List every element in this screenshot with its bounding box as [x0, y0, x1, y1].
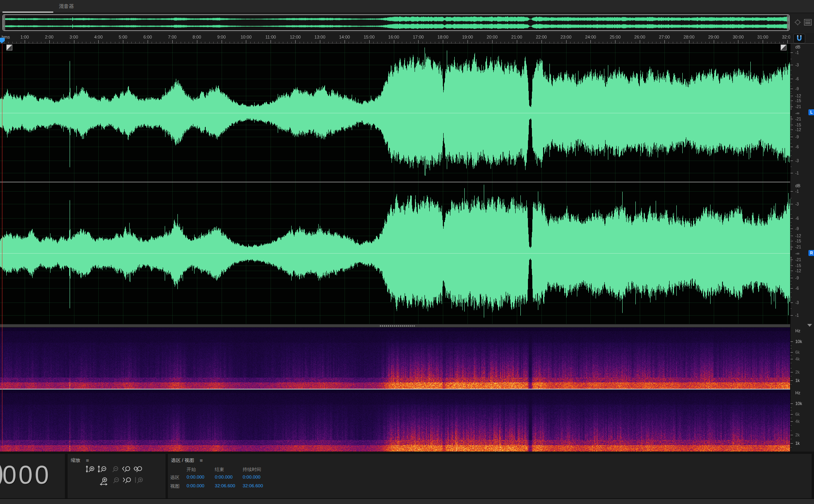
db-label: -15	[795, 122, 801, 127]
waveform-channel-right[interactable]	[0, 182, 790, 324]
overview-zoom-icon[interactable]	[794, 18, 802, 26]
ruler-minor-tick	[656, 42, 656, 43]
view-start[interactable]: 0:00.000	[187, 483, 204, 488]
waveform-spectral-divider[interactable]	[0, 324, 790, 328]
ruler-label: 12:00	[290, 35, 301, 39]
overview-range-selector[interactable]	[2, 14, 790, 31]
hz-unit-label: Hz	[795, 390, 800, 395]
ruler-minor-tick	[673, 42, 673, 43]
divider-grip[interactable]	[380, 325, 415, 327]
ruler-minor-tick	[45, 42, 45, 43]
ruler-minor-tick	[156, 42, 156, 43]
range-handle-left[interactable]	[3, 15, 5, 30]
ruler-minor-tick	[611, 42, 611, 43]
ruler-minor-tick	[586, 42, 587, 43]
ruler-minor-tick	[189, 42, 189, 43]
db-label: -9	[795, 134, 799, 139]
db-label: -15	[795, 264, 801, 268]
ruler-minor-tick	[164, 42, 164, 43]
zoom-in-horizontal-button[interactable]	[98, 476, 109, 486]
ruler-minor-tick	[357, 42, 357, 43]
scroll-arrow-icon[interactable]	[807, 324, 812, 327]
db-tick	[791, 214, 792, 215]
ruler-minor-tick	[755, 42, 755, 43]
ruler-minor-tick	[451, 42, 452, 43]
row-label-selection: 选区	[170, 475, 179, 481]
waveform-channel-left[interactable]	[0, 44, 790, 182]
snap-toggle-button[interactable]	[793, 34, 805, 43]
selection-panel-menu-icon[interactable]: ≡	[200, 458, 203, 463]
ruler-label: 30:00	[733, 35, 744, 39]
db-label: -12	[795, 268, 801, 273]
ruler-major-tick	[541, 40, 542, 43]
range-handle-right[interactable]	[787, 15, 789, 30]
selection-panel-title: 选区 / 视图	[171, 457, 194, 464]
selection-start[interactable]: 0:00.000	[187, 475, 204, 479]
ruler-major-tick	[123, 40, 123, 43]
zoom-to-selection-button[interactable]	[133, 465, 144, 475]
ruler-minor-tick	[677, 42, 677, 43]
db-tick	[791, 155, 792, 156]
channel-badge-right[interactable]: R	[808, 250, 814, 256]
hud-grabber-top-right[interactable]	[781, 45, 787, 50]
active-tab-indicator	[2, 12, 53, 13]
ruler-label: 28:00	[684, 35, 695, 39]
ruler-minor-tick	[734, 42, 734, 43]
spectrogram-channel-left[interactable]	[0, 328, 790, 389]
zoom-out-horizontal-button[interactable]	[110, 476, 121, 486]
tab-mixer[interactable]: 混音器	[55, 0, 78, 13]
spectrogram-channel-right[interactable]	[0, 390, 790, 452]
overview-waveform[interactable]	[3, 15, 789, 30]
db-tick	[791, 264, 792, 265]
zoom-in-at-out-point-button[interactable]	[122, 476, 132, 486]
selection-end[interactable]: 0:00.000	[215, 475, 233, 479]
hz-label: 4k	[795, 419, 800, 424]
ruler-minor-tick	[430, 42, 431, 43]
db-tick	[791, 238, 792, 238]
db-tick	[791, 315, 793, 316]
hz-tick	[791, 443, 793, 444]
db-tick	[791, 288, 793, 289]
db-tick	[791, 86, 792, 86]
view-duration[interactable]: 32:06.600	[243, 483, 263, 488]
zoom-out-vertical-button[interactable]	[97, 465, 108, 475]
db-tick	[791, 140, 792, 140]
ruler-minor-tick	[767, 42, 767, 43]
zoom-out-full-button[interactable]	[109, 465, 120, 475]
db-tick	[791, 116, 792, 117]
ruler-minor-tick	[529, 42, 530, 43]
ruler-minor-tick	[33, 42, 33, 43]
ruler-minor-tick	[82, 42, 82, 43]
ruler-minor-tick	[701, 42, 702, 43]
db-tick	[791, 308, 792, 309]
zoom-in-vertical-button[interactable]	[86, 465, 96, 475]
db-tick	[791, 75, 792, 75]
overview-menu-icon[interactable]	[804, 19, 812, 25]
zoom-reset-button[interactable]	[134, 476, 144, 486]
zoom-panel-menu-icon[interactable]: ≡	[86, 458, 89, 463]
ruler-label: 27:00	[659, 35, 670, 39]
db-tick	[791, 173, 793, 173]
db-tick	[791, 125, 793, 125]
db-tick	[791, 246, 792, 247]
timeline-ruler[interactable]: 1:002:003:004:005:006:007:008:009:0010:0…	[0, 33, 814, 44]
waveform-editor	[0, 44, 790, 452]
zoom-in-at-in-point-button[interactable]	[121, 465, 132, 475]
selection-duration[interactable]: 0:00.000	[243, 475, 261, 479]
db-unit-label: dB	[795, 45, 800, 49]
ruler-minor-tick	[275, 42, 275, 43]
db-tick	[791, 239, 792, 240]
ruler-label: 4:00	[94, 35, 103, 39]
audition-window: 编辑器 : AUX1-1.wav ≡ 混音器 1:002:003:004:005…	[0, 0, 814, 504]
db-label: -∞	[795, 110, 799, 115]
view-end[interactable]: 32:06.600	[215, 483, 235, 488]
hud-grabber-top-left[interactable]	[6, 45, 12, 50]
ruler-minor-tick	[242, 42, 242, 43]
hz-scale-left[interactable]: Hz10k6k4k2k1k	[791, 328, 814, 389]
time-display[interactable]: 000	[2, 460, 51, 490]
ruler-minor-tick	[254, 42, 255, 43]
channel-badge-left[interactable]: L	[808, 109, 814, 115]
db-tick	[791, 278, 793, 278]
hz-scale-right[interactable]: Hz10k6k4k2k1k	[791, 390, 814, 452]
ruler-minor-tick	[201, 42, 201, 43]
